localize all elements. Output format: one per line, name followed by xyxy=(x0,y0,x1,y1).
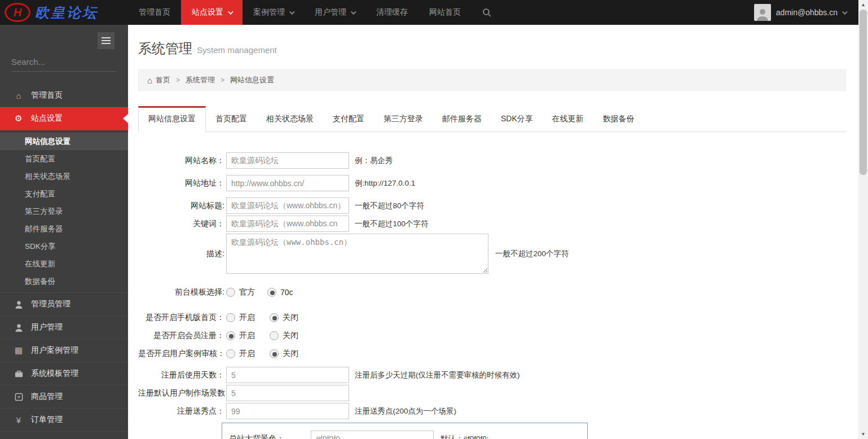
submenu-item-online-update[interactable]: 在线更新 xyxy=(0,255,128,273)
page-subtitle: System management xyxy=(197,45,277,55)
radio-icon xyxy=(270,349,279,358)
sidebar-item-admin-home[interactable]: ⌂ 管理首页 xyxy=(0,84,128,107)
field-label: 注册后使用天数： xyxy=(138,370,226,380)
form-row-site-name: 网站名称： 例：易企秀 xyxy=(138,152,846,169)
field-label: 是否开启手机版首页： xyxy=(138,313,226,323)
sidebar-search xyxy=(11,57,117,72)
radio-icon xyxy=(267,288,276,297)
logo[interactable]: H 欧皇论坛 xyxy=(0,0,128,25)
radio-icon xyxy=(226,288,235,297)
radio-on[interactable]: 开启 xyxy=(226,331,255,341)
breadcrumb-item-home[interactable]: 首页 xyxy=(156,75,170,85)
sidebar-item-product-management[interactable]: 商品管理 xyxy=(0,385,128,409)
user-menu[interactable]: admin@ohbbs.cn xyxy=(754,0,858,25)
tab-third-party-login[interactable]: 第三方登录 xyxy=(374,107,433,131)
radio-official[interactable]: 官方 xyxy=(226,287,255,297)
table-icon: ▦ xyxy=(12,345,25,355)
submenu-label: 在线更新 xyxy=(25,259,55,269)
form-row-site-url: 网站地址： 例:http://127.0.0.1 xyxy=(138,175,846,191)
sidebar-item-administrator-management[interactable]: 管理员管理 xyxy=(0,293,128,316)
submenu-label: SDK分享 xyxy=(25,242,56,252)
register-points-input[interactable] xyxy=(226,403,349,419)
chevron-down-icon xyxy=(228,9,233,15)
field-label: 总站大背景色： xyxy=(229,434,311,439)
vertical-scrollbar[interactable]: ▲ ▼ xyxy=(858,0,868,439)
sidebar-collapse-button[interactable] xyxy=(98,32,114,49)
submenu-item-third-party-login[interactable]: 第三方登录 xyxy=(0,203,128,220)
sidebar-item-order-management[interactable]: ¥ 订单管理 xyxy=(0,409,128,432)
mobile-home-radio-group: 开启 关闭 xyxy=(226,313,313,323)
form-row-days-after-register: 注册后使用天数： 注册后多少天过期(仅注册不需要审核的时候有效) xyxy=(138,367,846,383)
submenu-label: 数据备份 xyxy=(25,276,55,287)
tab-bar: 网站信息设置 首页配置 相关状态场景 支付配置 第三方登录 邮件服务器 SDK分… xyxy=(138,106,846,132)
topnav-item-clear-cache[interactable]: 清理缓存 xyxy=(365,0,418,25)
radio-icon xyxy=(226,331,235,340)
radio-on[interactable]: 开启 xyxy=(226,313,255,323)
tab-payment-config[interactable]: 支付配置 xyxy=(323,107,374,131)
submenu-item-sdk-share[interactable]: SDK分享 xyxy=(0,238,128,255)
submenu-item-payment-config[interactable]: 支付配置 xyxy=(0,185,128,203)
field-label: 前台模板选择: xyxy=(138,287,226,297)
scroll-down-icon[interactable]: ▼ xyxy=(858,429,868,439)
topnav-item-admin-home[interactable]: 管理首页 xyxy=(128,0,181,25)
topnav-item-site-settings[interactable]: 站点设置 xyxy=(181,0,243,25)
box-download-icon xyxy=(12,393,25,401)
tab-sdk-share[interactable]: SDK分享 xyxy=(491,107,543,131)
breadcrumb-item-system[interactable]: 系统管理 xyxy=(186,75,215,85)
topnav-label: 用户管理 xyxy=(315,7,346,17)
topnav-label: 案例管理 xyxy=(253,7,285,17)
site-url-input[interactable] xyxy=(226,175,349,191)
topbar-search-button[interactable] xyxy=(472,0,502,25)
radio-off[interactable]: 关闭 xyxy=(270,349,298,359)
site-bg-color-input[interactable] xyxy=(311,431,434,439)
topnav-item-user-management[interactable]: 用户管理 xyxy=(304,0,365,25)
sidebar-item-user-management[interactable]: 用户管理 xyxy=(0,316,128,339)
submenu-item-site-info[interactable]: 网站信息设置 xyxy=(0,133,128,150)
form-row-site-bg-color: 总站大背景色： 默认：#f0f0f0; xyxy=(229,431,587,439)
active-wedge-icon xyxy=(123,114,128,123)
radio-70c[interactable]: 70c xyxy=(267,288,293,297)
sidebar: ⌂ 管理首页 ⚙ 站点设置 网站信息设置 首页配置 相关状态场景 支付配置 第三… xyxy=(0,25,128,439)
radio-on[interactable]: 开启 xyxy=(226,349,255,359)
site-name-input[interactable] xyxy=(226,152,349,169)
radio-label: 70c xyxy=(280,288,293,297)
sidebar-item-label: 站点设置 xyxy=(31,113,63,124)
sidebar-item-user-case-management[interactable]: ▦ 用户案例管理 xyxy=(0,339,128,362)
chevron-down-icon xyxy=(351,9,356,15)
radio-icon xyxy=(226,313,235,322)
chevron-down-icon xyxy=(842,9,848,15)
tab-status-scene[interactable]: 相关状态场景 xyxy=(257,107,323,131)
description-textarea[interactable]: 欧皇源码论坛（www.ohbbs.cn） xyxy=(226,234,488,274)
topnav-item-site-home[interactable]: 网站首页 xyxy=(418,0,472,25)
scrollbar-thumb[interactable] xyxy=(860,10,867,175)
radio-label: 官方 xyxy=(239,287,255,297)
radio-label: 关闭 xyxy=(283,331,298,341)
breadcrumb-item-current: 网站信息设置 xyxy=(230,75,274,85)
default-scene-count-input[interactable] xyxy=(226,385,349,401)
submenu-item-data-backup[interactable]: 数据备份 xyxy=(0,273,128,290)
tab-online-update[interactable]: 在线更新 xyxy=(543,107,593,131)
radio-off[interactable]: 关闭 xyxy=(270,331,298,341)
sidebar-item-label: 管理员管理 xyxy=(31,299,71,309)
days-after-register-input[interactable] xyxy=(226,367,349,383)
sidebar-item-system-template-management[interactable]: 系统模板管理 xyxy=(0,362,128,385)
sidebar-submenu: 网站信息设置 首页配置 相关状态场景 支付配置 第三方登录 邮件服务器 SDK分… xyxy=(0,130,128,293)
site-title-input[interactable] xyxy=(226,197,349,214)
submenu-item-mail-server[interactable]: 邮件服务器 xyxy=(0,220,128,238)
keywords-input[interactable] xyxy=(226,216,349,232)
field-label: 关键词： xyxy=(138,219,226,229)
tab-data-backup[interactable]: 数据备份 xyxy=(593,107,644,131)
chevron-down-icon xyxy=(289,9,295,15)
topnav-item-case-management[interactable]: 案例管理 xyxy=(243,0,304,25)
tab-home-config[interactable]: 首页配置 xyxy=(206,107,257,131)
sidebar-item-site-settings[interactable]: ⚙ 站点设置 xyxy=(0,107,128,130)
submenu-item-home-config[interactable]: 首页配置 xyxy=(0,150,128,168)
radio-off[interactable]: 关闭 xyxy=(270,313,298,323)
radio-label: 关闭 xyxy=(283,313,298,323)
tab-mail-server[interactable]: 邮件服务器 xyxy=(433,107,491,131)
sidebar-search-input[interactable] xyxy=(11,57,124,67)
scroll-up-icon[interactable]: ▲ xyxy=(858,0,868,10)
submenu-item-status-scene[interactable]: 相关状态场景 xyxy=(0,168,128,185)
tab-site-info[interactable]: 网站信息设置 xyxy=(138,106,206,132)
avatar xyxy=(754,4,771,21)
